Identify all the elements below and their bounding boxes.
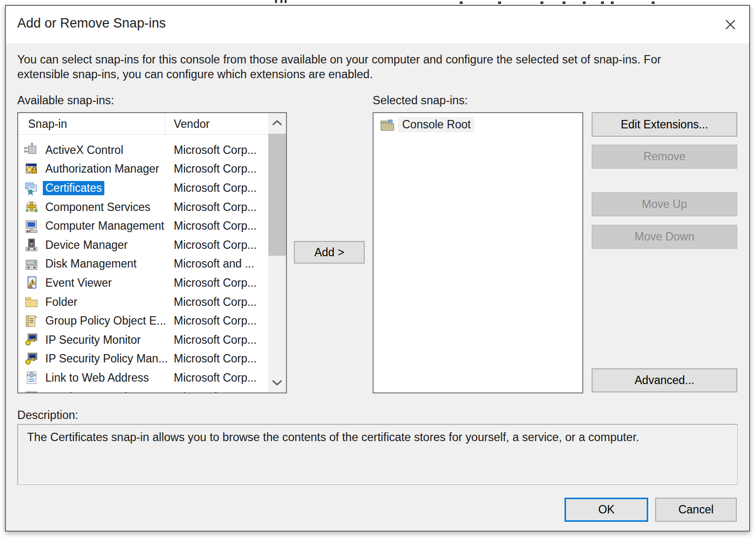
- background-text-fragment: Th: [272, 0, 287, 5]
- scrollbar-down-button[interactable]: [268, 373, 286, 392]
- snapin-name: Local Users and Gro...: [43, 390, 161, 392]
- chevron-down-icon: [271, 379, 284, 387]
- snapin-name: Group Policy Object E...: [43, 314, 168, 328]
- snapin-row[interactable]: Local Users and Gro...Microsoft Corp...: [18, 388, 268, 392]
- snapin-name: IP Security Policy Man...: [43, 352, 170, 366]
- column-header-snapin: Snap-in: [28, 118, 67, 131]
- device-manager-icon: [24, 238, 39, 252]
- certificates-icon: [24, 180, 39, 195]
- snapin-vendor: Microsoft Corp...: [174, 371, 257, 385]
- selected-snapins-list: Console Root: [373, 112, 583, 393]
- snapin-vendor: Microsoft Corp...: [174, 333, 257, 347]
- close-icon: [724, 18, 737, 31]
- move-down-button: Move Down: [592, 225, 737, 249]
- selected-snapin-name: Console Root: [398, 117, 474, 132]
- description-text: The Certificates snap-in allows you to b…: [27, 431, 706, 444]
- disk-management-icon: [24, 257, 39, 271]
- description-box: The Certificates snap-in allows you to b…: [17, 424, 738, 485]
- snapin-row[interactable]: IP Security Policy Man...Microsoft Corp.…: [18, 350, 268, 369]
- snapin-name: Certificates: [43, 181, 104, 195]
- console-folder-icon: [379, 118, 394, 132]
- local-users-icon: [24, 389, 39, 392]
- scrollbar-up-button[interactable]: [268, 113, 286, 133]
- snapin-vendor: Microsoft Corp...: [174, 162, 257, 176]
- snapin-vendor: Microsoft and ...: [174, 257, 254, 270]
- snapin-row[interactable]: ActiveX ControlMicrosoft Corp...: [18, 141, 268, 160]
- snapin-vendor: Microsoft Corp...: [174, 219, 257, 233]
- folder-icon: [24, 295, 39, 309]
- dialog-title: Add or Remove Snap-ins: [17, 16, 166, 31]
- snapin-name: Disk Management: [43, 257, 139, 271]
- component-services-icon: [24, 200, 39, 214]
- column-separator: [165, 116, 165, 133]
- snapin-name: IP Security Monitor: [43, 333, 143, 347]
- ip-security-icon: [24, 332, 39, 347]
- snapin-vendor: Microsoft Corp...: [174, 276, 257, 290]
- column-header-vendor: Vendor: [174, 118, 210, 131]
- snapin-row[interactable]: Event ViewerMicrosoft Corp...: [18, 273, 268, 293]
- ok-button[interactable]: OK: [565, 498, 648, 522]
- snapin-name: Computer Management: [43, 219, 167, 233]
- snapin-row[interactable]: FolderMicrosoft Corp...: [18, 293, 268, 312]
- snapin-name: ActiveX Control: [43, 143, 126, 157]
- edit-extensions-button[interactable]: Edit Extensions...: [592, 112, 737, 137]
- remove-button: Remove: [592, 145, 737, 169]
- ip-security-icon: [24, 352, 39, 366]
- event-viewer-icon: [24, 275, 39, 290]
- snapin-row[interactable]: Link to Web AddressMicrosoft Corp...: [18, 368, 268, 388]
- snapin-vendor: Microsoft Corp...: [174, 390, 257, 392]
- add-remove-snapins-dialog: Add or Remove Snap-ins You can select sn…: [5, 5, 750, 532]
- selected-snapins-label: Selected snap-ins:: [373, 94, 468, 107]
- snapin-vendor: Microsoft Corp...: [174, 352, 257, 365]
- background-window-edge: Th: [0, 0, 756, 5]
- vertical-scrollbar[interactable]: [268, 113, 286, 392]
- close-button[interactable]: [719, 13, 742, 36]
- snapin-row[interactable]: CertificatesMicrosoft Corp...: [18, 179, 268, 198]
- snapin-vendor: Microsoft Corp...: [174, 201, 257, 214]
- snapin-row[interactable]: Computer ManagementMicrosoft Corp...: [18, 216, 268, 236]
- dialog-titlebar: Add or Remove Snap-ins: [6, 6, 749, 43]
- activex-icon: [24, 143, 39, 157]
- available-snapins-list: Snap-in Vendor ActiveX ControlMicrosoft …: [17, 112, 287, 393]
- snapin-name: Event Viewer: [43, 276, 114, 290]
- move-up-button: Move Up: [592, 192, 737, 216]
- selected-snapin-row[interactable]: Console Root: [374, 117, 582, 132]
- snapin-name: Authorization Manager: [43, 162, 161, 176]
- scrollbar-thumb[interactable]: [268, 134, 286, 256]
- snapin-name: Link to Web Address: [43, 371, 152, 385]
- snapin-row[interactable]: Device ManagerMicrosoft Corp...: [18, 236, 268, 255]
- authorization-manager-icon: [24, 162, 39, 177]
- cancel-button[interactable]: Cancel: [655, 498, 737, 522]
- available-snapins-label: Available snap-ins:: [17, 94, 114, 107]
- snapin-row[interactable]: Disk ManagementMicrosoft and ...: [18, 255, 268, 274]
- snapin-vendor: Microsoft Corp...: [174, 314, 257, 328]
- snapin-name: Device Manager: [43, 238, 130, 252]
- snapin-vendor: Microsoft Corp...: [174, 239, 257, 252]
- snapin-row[interactable]: Group Policy Object E...Microsoft Corp..…: [18, 311, 268, 330]
- list-header: Snap-in Vendor: [18, 113, 268, 135]
- advanced-button[interactable]: Advanced...: [592, 368, 737, 392]
- snapin-row[interactable]: Authorization ManagerMicrosoft Corp...: [18, 160, 268, 179]
- dialog-intro-text: You can select snap-ins for this console…: [17, 52, 707, 82]
- snapin-name: Folder: [43, 295, 80, 309]
- add-button[interactable]: Add >: [294, 241, 365, 264]
- snapin-row[interactable]: IP Security MonitorMicrosoft Corp...: [18, 330, 268, 350]
- description-label: Description:: [17, 409, 78, 422]
- snapin-vendor: Microsoft Corp...: [174, 144, 257, 157]
- computer-management-icon: [24, 219, 39, 234]
- link-web-icon: [24, 370, 39, 385]
- snapin-row[interactable]: Component ServicesMicrosoft Corp...: [18, 198, 268, 217]
- snapin-vendor: Microsoft Corp...: [174, 181, 257, 195]
- snapin-vendor: Microsoft Corp...: [174, 296, 257, 309]
- snapin-name: Component Services: [43, 200, 153, 214]
- chevron-up-icon: [271, 119, 284, 127]
- group-policy-icon: [24, 314, 39, 329]
